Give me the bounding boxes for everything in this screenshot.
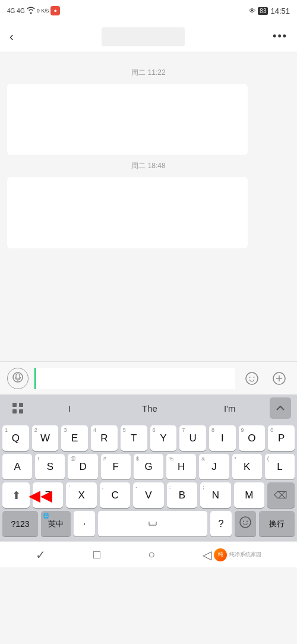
timestamp-1: 周二 11:22 xyxy=(7,68,290,78)
key-E[interactable]: 3 E xyxy=(61,425,88,451)
svg-rect-9 xyxy=(19,403,23,407)
input-bar xyxy=(0,361,297,394)
plus-button[interactable] xyxy=(268,368,290,389)
signal-4g2: 4G xyxy=(17,8,24,14)
key-U[interactable]: 7 U xyxy=(179,425,206,451)
keyboard-row-2: A ! S @ D # F $ G % H & J * K xyxy=(2,454,295,479)
key-I[interactable]: 8 I xyxy=(209,425,236,451)
status-right: 👁 83 14:51 xyxy=(249,7,290,15)
key-K[interactable]: * K xyxy=(232,454,262,479)
delete-icon: ⌫ xyxy=(274,490,287,501)
svg-rect-8 xyxy=(12,403,17,407)
nav-recent[interactable]: ○ xyxy=(148,548,155,561)
status-left: 4G 4G 0 K/s ● xyxy=(7,6,60,15)
wifi-icon xyxy=(27,7,35,15)
keyboard-row-1: 1 Q 2 W 3 E 4 R 5 T 6 Y 7 U 8 I xyxy=(2,425,295,451)
data-usage: 0 K/s xyxy=(37,8,49,14)
key-Q[interactable]: 1 Q xyxy=(2,425,29,451)
suggestion-word-2[interactable]: The xyxy=(110,403,190,413)
voice-icon xyxy=(12,372,23,385)
lang-switch-key[interactable]: 🌐 英中 xyxy=(41,511,71,536)
svg-point-17 xyxy=(247,521,248,522)
svg-point-4 xyxy=(254,377,255,378)
key-T[interactable]: 5 T xyxy=(121,425,147,451)
keyboard-row-3: ⬆ ◀◀ Z ' X , C - V : B ; N M xyxy=(2,482,295,508)
svg-point-3 xyxy=(249,377,251,378)
dot-key[interactable]: · xyxy=(74,511,95,536)
key-P[interactable]: 0 P xyxy=(268,425,295,451)
svg-rect-11 xyxy=(19,409,23,413)
suggestion-word-3[interactable]: I'm xyxy=(189,403,270,413)
emoji-keyboard-icon xyxy=(239,516,252,532)
timestamp-2: 周二 18:48 xyxy=(7,161,290,171)
title-bar: ‹ ••• xyxy=(0,21,297,52)
emoji-key[interactable] xyxy=(235,511,256,536)
message-bubble-2 xyxy=(7,177,248,248)
emoji-button[interactable] xyxy=(241,368,263,389)
key-R[interactable]: 4 R xyxy=(91,425,118,451)
key-Y[interactable]: 6 Y xyxy=(150,425,177,451)
num-switch-key[interactable]: ?123 xyxy=(2,511,38,536)
delete-key[interactable]: ⌫ xyxy=(267,482,295,508)
battery-indicator: 83 xyxy=(258,7,268,15)
suggestion-bar: I The I'm xyxy=(0,394,297,422)
svg-point-16 xyxy=(243,521,244,522)
message-input[interactable] xyxy=(34,368,235,389)
key-G[interactable]: $ G xyxy=(134,454,163,479)
more-button[interactable]: ••• xyxy=(273,30,287,43)
bottom-nav: ✓ □ ○ ◁ 纯 纯净系统家园 xyxy=(0,541,297,567)
nav-share-icon: ◁ xyxy=(203,548,211,562)
svg-rect-10 xyxy=(12,409,17,413)
nav-recent-icon: ○ xyxy=(148,548,155,561)
signal-4g1: 4G xyxy=(7,8,15,14)
key-N[interactable]: ; N xyxy=(200,482,230,508)
space-key[interactable] xyxy=(98,511,207,536)
chat-area: 周二 11:22 周二 18:48 xyxy=(0,52,297,361)
suggestion-word-1[interactable]: I xyxy=(30,403,110,413)
key-M[interactable]: M xyxy=(234,482,264,508)
key-V[interactable]: - V xyxy=(133,482,163,508)
nav-back[interactable]: ✓ xyxy=(36,548,46,562)
svg-point-2 xyxy=(246,372,258,384)
svg-point-15 xyxy=(240,517,251,528)
keyboard: 1 Q 2 W 3 E 4 R 5 T 6 Y 7 U 8 I xyxy=(0,422,297,541)
key-A[interactable]: A xyxy=(2,454,32,479)
back-button[interactable]: ‹ xyxy=(10,30,14,43)
shift-icon: ⬆ xyxy=(12,489,21,502)
key-C[interactable]: , C xyxy=(100,482,130,508)
key-B[interactable]: : B xyxy=(167,482,197,508)
shift-key[interactable]: ⬆ ◀◀ xyxy=(2,482,30,508)
key-L[interactable]: ( L xyxy=(265,454,295,479)
keyboard-grid-icon[interactable] xyxy=(6,397,30,419)
nav-home[interactable]: □ xyxy=(93,548,100,561)
key-F[interactable]: # F xyxy=(101,454,131,479)
nav-share[interactable]: ◁ 纯 纯净系统家园 xyxy=(203,548,261,562)
app-icon-red: ● xyxy=(50,6,60,15)
title-search-box[interactable] xyxy=(102,27,185,46)
time-display: 14:51 xyxy=(270,7,290,15)
message-bubble-1 xyxy=(7,84,248,155)
eye-icon: 👁 xyxy=(249,7,255,14)
question-key[interactable]: ? xyxy=(210,511,232,536)
watermark-text: 纯净系统家园 xyxy=(229,551,261,558)
status-bar: 4G 4G 0 K/s ● 👁 83 14:51 xyxy=(0,0,297,21)
key-H[interactable]: % H xyxy=(166,454,196,479)
key-J[interactable]: & J xyxy=(199,454,229,479)
key-X[interactable]: ' X xyxy=(66,482,96,508)
key-W[interactable]: 2 W xyxy=(32,425,59,451)
suggestion-collapse-button[interactable] xyxy=(270,397,291,419)
key-S[interactable]: ! S xyxy=(35,454,65,479)
enter-key[interactable]: 换行 xyxy=(259,511,295,536)
voice-button[interactable] xyxy=(7,368,29,389)
key-D[interactable]: @ D xyxy=(68,454,97,479)
nav-back-icon: ✓ xyxy=(36,548,46,562)
nav-home-icon: □ xyxy=(93,548,100,561)
key-Z[interactable]: Z xyxy=(33,482,63,508)
key-O[interactable]: 9 O xyxy=(239,425,266,451)
keyboard-row-4: ?123 🌐 英中 · ? 换行 xyxy=(2,511,295,536)
